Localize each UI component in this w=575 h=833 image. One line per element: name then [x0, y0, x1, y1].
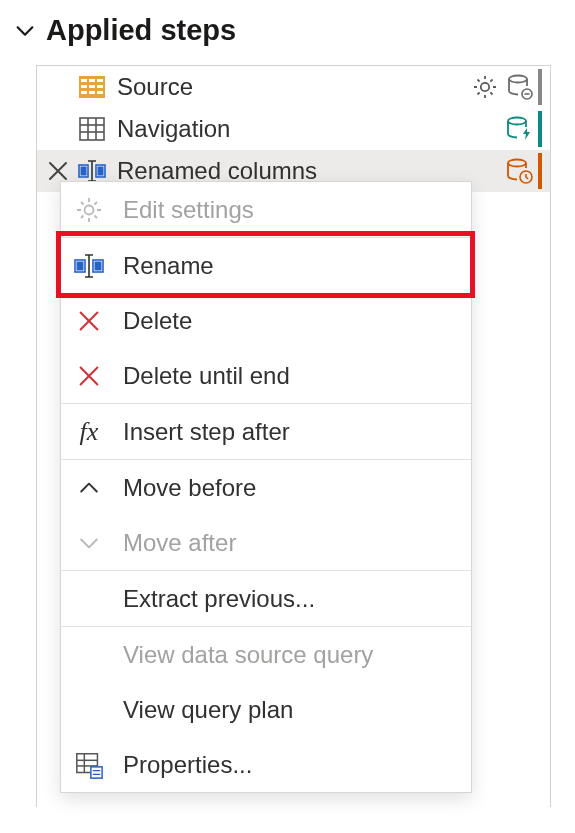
- svg-rect-30: [95, 261, 102, 270]
- source-table-icon: [77, 72, 107, 102]
- svg-point-26: [85, 205, 94, 214]
- database-icon: [504, 72, 534, 102]
- section-title: Applied steps: [46, 14, 236, 47]
- svg-point-11: [481, 83, 489, 91]
- svg-rect-6: [89, 85, 95, 88]
- menu-insert-step-after[interactable]: fx Insert step after: [61, 404, 471, 459]
- menu-rename[interactable]: Rename: [61, 238, 471, 293]
- svg-rect-2: [81, 79, 87, 82]
- svg-rect-29: [77, 261, 84, 270]
- menu-move-after: Move after: [61, 515, 471, 570]
- svg-rect-23: [98, 167, 104, 176]
- section-header[interactable]: Applied steps: [0, 0, 575, 57]
- x-icon: [73, 360, 105, 392]
- menu-view-query-plan[interactable]: View query plan: [61, 682, 471, 737]
- svg-rect-35: [91, 766, 102, 777]
- menu-label: Rename: [123, 252, 214, 280]
- context-menu: Edit settings Rename Delete Delete until…: [60, 181, 472, 793]
- menu-properties[interactable]: Properties...: [61, 737, 471, 792]
- gear-icon: [73, 194, 105, 226]
- menu-label: Delete until end: [123, 362, 290, 390]
- step-trail: [470, 69, 542, 105]
- svg-point-19: [508, 118, 526, 125]
- svg-rect-10: [97, 91, 103, 94]
- menu-delete[interactable]: Delete: [61, 293, 471, 348]
- svg-rect-7: [97, 85, 103, 88]
- menu-move-before[interactable]: Move before: [61, 460, 471, 515]
- menu-delete-until-end[interactable]: Delete until end: [61, 348, 471, 403]
- blank-icon: [73, 583, 105, 615]
- step-row[interactable]: Source: [37, 66, 550, 108]
- step-row[interactable]: Navigation: [37, 108, 550, 150]
- menu-label: Properties...: [123, 751, 252, 779]
- status-bar: [538, 69, 542, 105]
- menu-label: Edit settings: [123, 196, 254, 224]
- step-trail: [504, 153, 542, 189]
- x-icon: [73, 305, 105, 337]
- step-trail: [504, 111, 542, 147]
- menu-label: Extract previous...: [123, 585, 315, 613]
- menu-edit-settings: Edit settings: [61, 182, 471, 237]
- step-label: Navigation: [117, 115, 504, 143]
- table-icon: [77, 114, 107, 144]
- svg-point-12: [509, 76, 527, 83]
- svg-rect-22: [81, 167, 87, 176]
- database-clock-icon: [504, 156, 534, 186]
- svg-rect-14: [80, 118, 104, 140]
- menu-label: Move before: [123, 474, 256, 502]
- status-bar: [538, 111, 542, 147]
- blank-icon: [73, 639, 105, 671]
- menu-label: Insert step after: [123, 418, 290, 446]
- menu-label: Delete: [123, 307, 192, 335]
- status-bar: [538, 153, 542, 189]
- menu-extract-previous[interactable]: Extract previous...: [61, 571, 471, 626]
- step-label: Source: [117, 73, 470, 101]
- menu-label: View query plan: [123, 696, 293, 724]
- fx-icon: fx: [73, 416, 105, 448]
- svg-rect-4: [97, 79, 103, 82]
- menu-view-data-source-query: View data source query: [61, 627, 471, 682]
- rename-icon: [73, 250, 105, 282]
- blank-icon: [73, 694, 105, 726]
- gear-icon[interactable]: [470, 72, 500, 102]
- svg-rect-8: [81, 91, 87, 94]
- svg-rect-5: [81, 85, 87, 88]
- svg-rect-3: [89, 79, 95, 82]
- svg-point-24: [508, 160, 526, 167]
- menu-label: Move after: [123, 529, 236, 557]
- svg-rect-9: [89, 91, 95, 94]
- database-lightning-icon: [504, 114, 534, 144]
- chevron-down-icon: [14, 20, 36, 42]
- menu-label: View data source query: [123, 641, 373, 669]
- properties-icon: [73, 749, 105, 781]
- chevron-down-icon: [73, 527, 105, 559]
- chevron-up-icon: [73, 472, 105, 504]
